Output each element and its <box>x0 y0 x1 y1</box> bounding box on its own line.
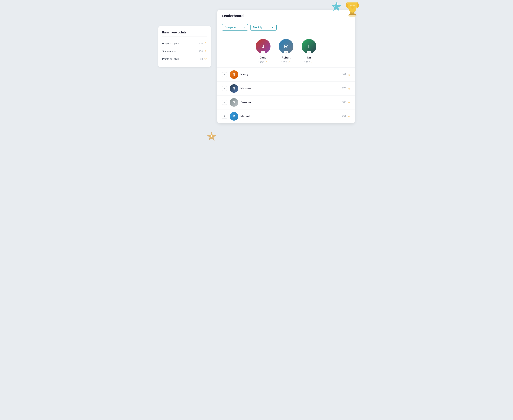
podium-item-1: J 1 Jane 1950 ☆ <box>256 39 271 64</box>
list-points-nancy: 1401 ☆ <box>340 73 350 76</box>
list-points-susanne: 800 ☆ <box>342 101 350 104</box>
list-rank-7: 7 <box>222 114 227 119</box>
avatar-susanne: S <box>230 98 238 107</box>
earn-item-click-right: 50 ☆ <box>200 57 207 61</box>
podium-points-3: 1426 ☆ <box>304 61 314 64</box>
earn-item-click-points: 50 <box>200 58 203 60</box>
rank-badge-3: 3 <box>307 51 311 54</box>
podium-item-2: R 2 Robert 1525 ☆ <box>279 39 293 64</box>
earn-item-share-right: 150 ☆ <box>199 49 207 53</box>
chevron-down-icon-group: ▼ <box>243 26 245 29</box>
list-name-susanne: Susanne <box>241 101 342 104</box>
list-row-nancy: 4 N Nancy 1401 ☆ <box>217 68 355 82</box>
avatar-wrapper-2: R 2 <box>279 39 293 54</box>
list-points-value-nicholas: 876 <box>342 87 346 90</box>
star-icon-click: ☆ <box>204 57 207 61</box>
avatar-wrapper-3: I 3 <box>302 39 316 54</box>
earn-item-click-label: Points per click <box>162 58 179 60</box>
podium-points-value-1: 1950 <box>258 61 264 64</box>
leaderboard-wrapper: Leaderboard Everyone ▼ Monthly ▼ J <box>217 7 355 123</box>
star-icon-nicholas: ☆ <box>348 87 350 90</box>
earn-item-propose-label: Propose a post <box>162 42 179 45</box>
list-name-nicholas: Nicholas <box>241 87 342 90</box>
filter-period-dropdown[interactable]: Monthly ▼ <box>250 24 277 31</box>
star-svg <box>330 1 343 13</box>
list-rank-6: 6 <box>222 100 227 105</box>
avatar-wrapper-1: J 1 <box>256 39 271 54</box>
leaderboard-card: Leaderboard Everyone ▼ Monthly ▼ J <box>217 10 355 123</box>
star-icon-propose: ☆ <box>204 42 207 45</box>
filter-period-label: Monthly <box>253 26 262 29</box>
avatar-michael: M <box>230 112 238 121</box>
list-row-nicholas: 5 N Nicholas 876 ☆ <box>217 82 355 96</box>
filter-group-dropdown[interactable]: Everyone ▼ <box>222 24 248 31</box>
podium-row: J 1 Jane 1950 ☆ R 2 Robert <box>217 34 355 68</box>
list-points-value-nancy: 1401 <box>340 73 346 76</box>
avatar-nancy: N <box>230 70 238 79</box>
star-icon-nancy: ☆ <box>348 73 350 76</box>
rank-badge-1: 1 <box>261 51 265 54</box>
earn-card-title: Earn more points <box>162 31 207 37</box>
badge-decoration: ★ <box>206 131 219 144</box>
podium-points-1: 1950 ☆ <box>258 61 268 64</box>
filters-row: Everyone ▼ Monthly ▼ <box>217 21 355 34</box>
earn-item-share-label: Share a post <box>162 50 176 52</box>
podium-points-2: 1525 ☆ <box>281 61 291 64</box>
badge-svg: ★ <box>206 131 217 142</box>
earn-item-share-points: 150 <box>199 50 203 52</box>
svg-text:★: ★ <box>210 135 213 138</box>
podium-name-1: Jane <box>260 56 266 59</box>
podium-points-value-3: 1426 <box>304 61 310 64</box>
filter-group-label: Everyone <box>225 26 236 29</box>
page-container: Earn more points Propose a post 500 ☆ Sh… <box>158 7 355 154</box>
podium-item-3: I 3 Ian 1426 ☆ <box>302 39 316 64</box>
list-row-susanne: 6 S Susanne 800 ☆ <box>217 96 355 109</box>
star-icon-2: ☆ <box>288 61 291 64</box>
list-name-nancy: Nancy <box>241 73 340 76</box>
list-points-value-susanne: 800 <box>342 101 346 104</box>
podium-points-value-2: 1525 <box>281 61 287 64</box>
list-points-value-michael: 751 <box>342 115 346 118</box>
star-icon-share: ☆ <box>204 49 207 53</box>
chevron-down-icon-period: ▼ <box>271 26 274 29</box>
list-points-nicholas: 876 ☆ <box>342 87 350 90</box>
trophy-svg <box>343 0 361 17</box>
list-points-michael: 751 ☆ <box>342 114 350 118</box>
leaderboard-title: Leaderboard <box>222 14 244 18</box>
earn-item-propose: Propose a post 500 ☆ <box>162 40 207 47</box>
earn-item-propose-points: 500 <box>199 42 203 45</box>
svg-point-6 <box>334 6 335 7</box>
list-rank-5: 5 <box>222 86 227 91</box>
list-name-michael: Michael <box>241 115 342 118</box>
svg-rect-3 <box>349 14 356 15</box>
avatar-nicholas: N <box>230 84 238 93</box>
star-icon-michael: ☆ <box>348 114 350 118</box>
earn-card: Earn more points Propose a post 500 ☆ Sh… <box>158 26 211 67</box>
svg-point-5 <box>337 3 338 5</box>
earn-item-share: Share a post 150 ☆ <box>162 47 207 55</box>
svg-point-4 <box>351 6 354 9</box>
earn-item-click: Points per click 50 ☆ <box>162 55 207 63</box>
star-icon-susanne: ☆ <box>348 101 350 104</box>
star-icon-1: ☆ <box>265 61 268 64</box>
earn-item-propose-right: 500 ☆ <box>199 42 207 45</box>
star-icon-3: ☆ <box>311 61 314 64</box>
star-decoration <box>330 1 343 14</box>
list-rank-4: 4 <box>222 72 227 77</box>
list-row-michael: 7 M Michael 751 ☆ <box>217 109 355 123</box>
podium-name-3: Ian <box>307 56 311 59</box>
podium-name-2: Robert <box>281 56 291 59</box>
trophy-decoration <box>343 0 361 18</box>
rank-badge-2: 2 <box>284 51 288 54</box>
